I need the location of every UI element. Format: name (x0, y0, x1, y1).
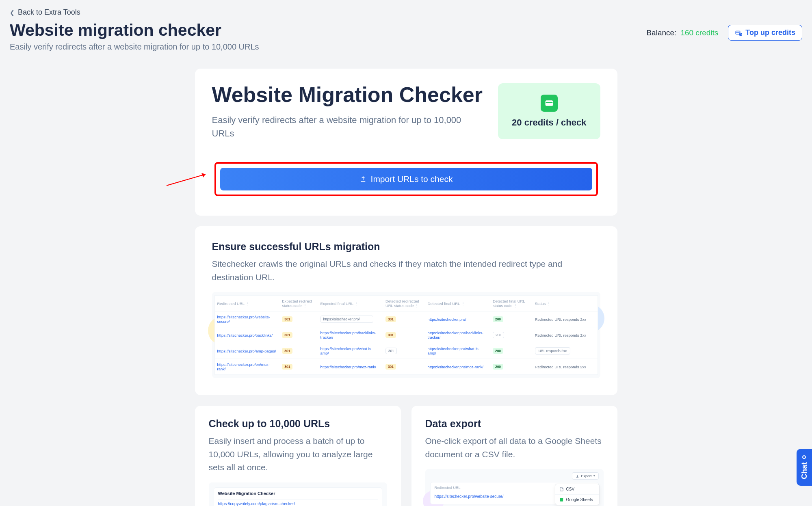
balance-credits: 160 credits (680, 28, 718, 37)
topup-label: Top up credits (745, 28, 795, 37)
preview-table-header: Redirected URL ⋮ (214, 296, 279, 311)
section-title: Ensure successful URLs migration (212, 241, 600, 253)
export-menu-csv: CSV (555, 484, 599, 495)
credits-per-check-text: 20 credits / check (512, 117, 586, 128)
preview-table-header: Detected redirected URL status code ⋮ (383, 296, 425, 311)
preview-table-row: https://sitechecker.pro/backlinks/301htt… (214, 327, 598, 343)
chat-fab[interactable]: Chat (797, 449, 812, 486)
hero-subtitle: Easily verify redirects after a website … (212, 113, 464, 140)
card-icon (541, 95, 558, 112)
page-title: Website migration checker (10, 21, 259, 40)
export-button-preview: Export ▾ (572, 472, 598, 480)
back-link[interactable]: ❮ Back to Extra Tools (10, 8, 80, 17)
balance-label: Balance: (646, 28, 676, 37)
preview-table-header: Expected final URL ⋮ (318, 296, 383, 311)
card-b-preview: Export ▾ CSV Google Sheets (425, 469, 604, 506)
chevron-down-icon: ▾ (593, 474, 595, 478)
preview-table-illustration: Redirected URL ⋮Expected redirect status… (212, 292, 600, 378)
import-urls-button[interactable]: Import URLs to check (220, 168, 592, 190)
preview-table-row: https://sitechecker.pro/amp-pages/301htt… (214, 343, 598, 359)
card-b-title: Data export (425, 418, 604, 430)
hero-card: Website Migration Checker Easily verify … (195, 69, 617, 216)
export-menu-preview: CSV Google Sheets (555, 484, 600, 505)
chevron-left-icon: ❮ (10, 9, 15, 16)
svg-line-7 (167, 174, 206, 186)
topup-credits-button[interactable]: Top up credits (728, 25, 802, 41)
card-b-text: One-click export of all data to a Google… (425, 435, 604, 461)
mini-preview-title: Website Migration Checker (218, 491, 378, 496)
svg-rect-13 (560, 498, 563, 502)
file-icon (559, 487, 564, 491)
card-data-export: Data export One-click export of all data… (411, 406, 617, 506)
credits-per-check-box: 20 credits / check (498, 83, 600, 139)
chat-status-icon (803, 455, 806, 459)
annotation-highlight: Import URLs to check (214, 162, 598, 196)
svg-rect-5 (546, 101, 553, 106)
preview-table-header: Expected redirect status code ⋮ (279, 296, 318, 311)
card-check-urls: Check up to 10,000 URLs Easily insert an… (195, 406, 401, 506)
preview-table-header: Detected final URL ⋮ (425, 296, 490, 311)
mini-preview-row: https://copywritely.com/plagiarism-check… (218, 499, 378, 506)
export-menu-sheets: Google Sheets (555, 495, 599, 505)
hero-title: Website Migration Checker (212, 83, 483, 106)
upload-icon (359, 175, 367, 183)
balance-block: Balance: 160 credits Top up credits (646, 25, 802, 41)
preview-table-row: https://sitechecker.pro/en/moz-rank/301h… (214, 359, 598, 375)
preview-table-header: Status ⋮ (533, 296, 598, 311)
card-a-text: Easily insert and process a batch of up … (209, 435, 387, 474)
sheets-icon (559, 497, 564, 502)
download-icon (576, 474, 579, 478)
preview-table-header: Detected final URL status code ⋮ (490, 296, 533, 311)
chat-label: Chat (800, 462, 809, 479)
section-text: Sitechecker crawls the original URLs and… (212, 257, 600, 284)
card-a-title: Check up to 10,000 URLs (209, 418, 387, 430)
preview-table-row: https://sitechecker.pro/website-secure/3… (214, 311, 598, 327)
page-subtitle: Easily verify redirects after a website … (10, 42, 259, 52)
back-link-text: Back to Extra Tools (18, 8, 80, 17)
import-button-label: Import URLs to check (371, 174, 453, 184)
annotation-arrow (167, 172, 211, 188)
card-a-preview: Website Migration Checker https://copywr… (209, 482, 387, 506)
section-ensure-migration: Ensure successful URLs migration Siteche… (195, 226, 617, 395)
card-plus-icon (735, 29, 742, 37)
